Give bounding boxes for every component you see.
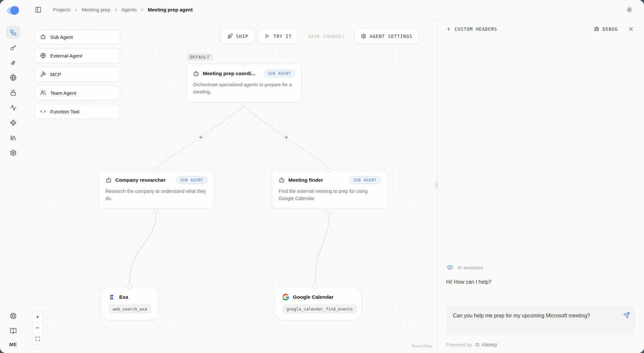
breadcrumb-project-name[interactable]: Meeting prep: [82, 7, 110, 12]
nav-docs[interactable]: [6, 324, 20, 337]
palette-item-label: Sub Agent: [50, 34, 73, 40]
try-it-button-label: TRY IT: [273, 34, 292, 39]
bot-icon: [105, 177, 112, 183]
scribble-icon: [10, 59, 17, 66]
custom-headers-label: CUSTOM HEADERS: [455, 26, 497, 32]
palette-item-label: External Agent: [50, 53, 82, 59]
panel-resize-grip[interactable]: [435, 181, 438, 190]
sidebar-toggle-button[interactable]: [33, 4, 44, 15]
users-icon: [40, 90, 46, 96]
library-icon: [10, 134, 17, 141]
bot-icon: [279, 177, 285, 183]
assistant-panel-header: CUSTOM HEADERS DEBUG: [438, 20, 644, 39]
connection-handle[interactable]: [154, 168, 158, 172]
connection-handle[interactable]: [327, 209, 331, 213]
nav-credentials[interactable]: [6, 86, 20, 99]
logo-blob-dark: [10, 6, 19, 15]
node-company-researcher[interactable]: Company researcher SUB AGENT Research th…: [99, 170, 214, 209]
palette-item-team-agent[interactable]: Team Agent: [35, 85, 120, 100]
zoom-out-button[interactable]: −: [32, 323, 43, 333]
connection-handle[interactable]: [241, 102, 246, 106]
save-changes-button[interactable]: SAVE CHANGES: [301, 28, 351, 44]
graph-canvas[interactable]: Sub Agent External Agent MCP Team Agent: [26, 20, 438, 353]
chevron-right-icon: [140, 8, 144, 12]
arrow-right-icon: [283, 135, 288, 140]
components-icon: [10, 119, 17, 126]
inkeep-assistant-icon: [446, 263, 454, 271]
connection-handle[interactable]: [154, 209, 158, 213]
nav-components[interactable]: [6, 116, 20, 129]
tool-id-tag: web_search_exa: [109, 305, 151, 313]
breadcrumb: Projects Meeting prep Agents Meeting pre…: [53, 7, 193, 12]
custom-headers-button[interactable]: CUSTOM HEADERS: [446, 26, 497, 32]
palette-item-sub-agent[interactable]: Sub Agent: [35, 29, 120, 44]
node-meeting-finder[interactable]: Meeting finder SUB AGENT Find the extern…: [272, 170, 387, 209]
zoom-in-button[interactable]: +: [32, 312, 43, 323]
assistant-name: AI assistant: [458, 265, 483, 270]
connection-handle[interactable]: [313, 285, 317, 289]
powered-by-link[interactable]: Powered by inkeep: [446, 342, 636, 348]
ship-button[interactable]: SHIP: [221, 28, 255, 44]
nav-external-agents[interactable]: [6, 71, 20, 84]
node-title: Meeting finder: [288, 177, 323, 183]
brand-name: inkeep: [482, 342, 497, 348]
sub-agent-badge: SUB AGENT: [349, 176, 380, 184]
nav-traces[interactable]: [6, 101, 20, 114]
palette-item-function-tool[interactable]: Function Tool: [35, 104, 120, 119]
inkeep-logo-icon: [474, 342, 480, 348]
globe-icon: [40, 53, 46, 59]
palette-item-mcp[interactable]: MCP: [35, 67, 120, 82]
node-description: Find the external meeting to prep for us…: [279, 188, 380, 202]
debug-button[interactable]: DEBUG: [594, 26, 618, 32]
node-palette: Sub Agent External Agent MCP Team Agent: [35, 29, 120, 119]
nav-help[interactable]: [6, 309, 20, 322]
input-divider: [446, 334, 636, 335]
react-flow-attribution[interactable]: React Flow: [411, 344, 432, 348]
panel-left-icon: [35, 7, 41, 13]
ship-button-label: SHIP: [236, 34, 248, 39]
nav-mcp-servers[interactable]: [6, 56, 20, 69]
close-panel-button[interactable]: [626, 25, 636, 34]
breadcrumb-projects[interactable]: Projects: [53, 7, 71, 12]
user-avatar[interactable]: ME: [9, 342, 17, 347]
tool-id-tag: google_calendar_find_events: [282, 305, 357, 313]
icon-rail: ME: [0, 0, 26, 353]
google-logo-icon: [282, 294, 289, 300]
chat-input-container: Can you help me prep for my upcoming Mic…: [446, 306, 636, 333]
connection-handle[interactable]: [241, 61, 246, 66]
hammer-icon: [40, 71, 46, 77]
agent-settings-button[interactable]: AGENT SETTINGS: [354, 28, 419, 44]
node-exa-tool[interactable]: Exa web_search_exa: [101, 287, 159, 320]
breadcrumb-current-agent: Meeting prep agent: [148, 7, 193, 12]
nav-library[interactable]: [6, 131, 20, 144]
fit-view-button[interactable]: [32, 333, 43, 344]
connection-handle[interactable]: [327, 168, 331, 172]
chevron-right-icon: [114, 8, 118, 12]
debug-label: DEBUG: [603, 26, 618, 32]
connection-handle[interactable]: [128, 285, 132, 289]
chat-input[interactable]: Can you help me prep for my upcoming Mic…: [446, 306, 636, 333]
breadcrumb-agents[interactable]: Agents: [121, 7, 137, 12]
agent-settings-label: AGENT SETTINGS: [370, 34, 412, 39]
gear-icon: [10, 149, 17, 156]
workflow-icon: [10, 29, 17, 36]
node-description: Research the company to understand what …: [105, 188, 207, 202]
palette-item-label: MCP: [50, 72, 61, 77]
bug-icon: [594, 26, 599, 32]
theme-toggle-button[interactable]: [624, 4, 635, 15]
node-google-calendar-tool[interactable]: Google Calendar google_calendar_find_eve…: [274, 287, 362, 320]
node-meeting-prep-coordinator[interactable]: Meeting prep coordi... SUB AGENT Orchest…: [186, 63, 302, 102]
edge-arrow-marker: [196, 133, 205, 142]
sun-icon: [626, 7, 633, 13]
inkeep-logo[interactable]: [6, 5, 20, 16]
gear-icon: [361, 33, 366, 39]
exa-logo-icon: [109, 294, 115, 300]
nav-graph[interactable]: [6, 26, 20, 39]
send-button[interactable]: [622, 311, 631, 319]
palette-item-label: Function Tool: [50, 109, 79, 114]
nav-api-keys[interactable]: [6, 41, 20, 54]
send-icon: [623, 312, 630, 319]
nav-settings[interactable]: [6, 146, 20, 159]
palette-item-external-agent[interactable]: External Agent: [35, 48, 120, 63]
try-it-button[interactable]: TRY IT: [258, 28, 298, 44]
